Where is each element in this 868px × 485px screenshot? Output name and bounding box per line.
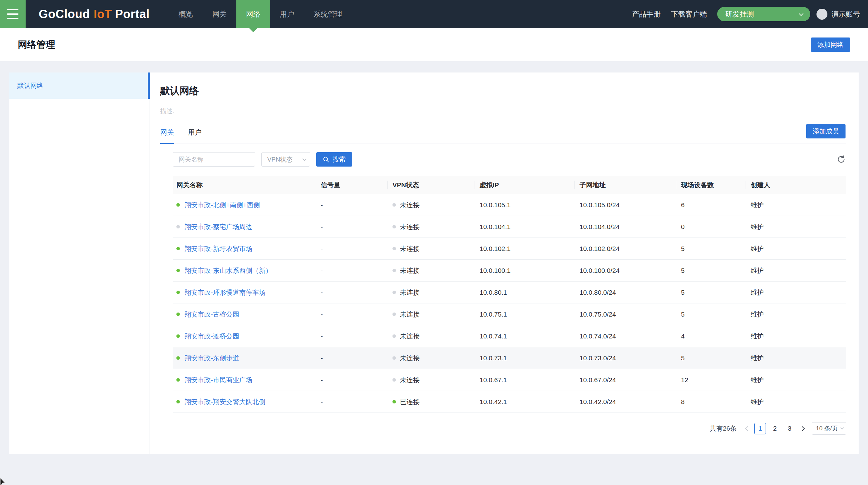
gateway-name-link[interactable]: 翔安市政-渡桥公园 <box>185 332 239 341</box>
gateway-online-dot <box>177 313 180 316</box>
network-detail-panel: 默认网络 描述: 网关 用户 添加成员 VPN状态 搜索 <box>150 73 859 454</box>
device-count-value: 5 <box>676 289 746 296</box>
gateway-name-link[interactable]: 翔安市政-古榕公园 <box>185 310 239 319</box>
subnet-value: 10.0.75.0/24 <box>575 311 676 318</box>
add-member-button[interactable]: 添加成员 <box>806 124 845 138</box>
vpn-status-dot <box>393 313 396 316</box>
gateway-online-dot <box>177 334 180 338</box>
virtual-ip-value: 10.0.102.1 <box>474 245 575 253</box>
gateway-name-cell: 翔安市政-市民商业广场 <box>173 376 316 384</box>
vpn-status-cell: 未连接 <box>388 266 474 275</box>
gateway-search-row: VPN状态 搜索 <box>173 152 846 167</box>
device-count-value: 0 <box>676 223 746 231</box>
tab-gateways[interactable]: 网关 <box>160 128 174 143</box>
vpn-status-cell: 已连接 <box>388 398 474 406</box>
gateway-online-dot <box>177 269 180 272</box>
environment-selector[interactable]: 研发挂测 <box>717 7 810 21</box>
hamburger-menu-button[interactable] <box>0 0 26 28</box>
device-count-value: 5 <box>676 311 746 318</box>
gateway-online-dot <box>177 378 180 381</box>
creator-value: 维护 <box>746 223 846 231</box>
vpn-status-dot <box>393 291 396 294</box>
column-header-subnet: 子网地址 <box>575 181 676 189</box>
signal-value: - <box>316 201 388 209</box>
signal-value: - <box>316 398 388 406</box>
gateway-name-input[interactable] <box>173 152 255 167</box>
navbar-right: 产品手册 下载客户端 研发挂测 演示账号 <box>632 7 868 21</box>
vpn-status-dot <box>393 334 396 338</box>
chevron-down-icon <box>302 157 306 161</box>
network-card: 默认网络 默认网络 描述: 网关 用户 添加成员 VPN状态 <box>9 73 859 454</box>
vpn-status-cell: 未连接 <box>388 288 474 297</box>
vpn-status-dot <box>393 356 396 360</box>
next-page-button[interactable] <box>797 423 807 434</box>
table-row: 翔安市政-新圩农贸市场 - 未连接 10.0.102.1 10.0.102.0/… <box>173 238 846 260</box>
nav-item-network[interactable]: 网络 <box>236 0 270 28</box>
vpn-status-text: 未连接 <box>400 332 420 341</box>
download-client-link[interactable]: 下载客户端 <box>671 9 707 19</box>
nav-item-gateway[interactable]: 网关 <box>203 0 236 28</box>
gateway-name-link[interactable]: 翔安市政-环形慢道南停车场 <box>185 288 266 297</box>
device-count-value: 12 <box>676 376 746 384</box>
creator-value: 维护 <box>746 288 846 297</box>
page-number-3[interactable]: 3 <box>784 423 795 434</box>
refresh-button[interactable] <box>837 155 845 164</box>
table-row: 翔安市政-市民商业广场 - 未连接 10.0.67.1 10.0.67.0/24… <box>173 369 846 391</box>
table-row: 翔安市政-北侧+南侧+西侧 - 未连接 10.0.105.1 10.0.105.… <box>173 194 846 216</box>
vpn-status-text: 未连接 <box>400 354 420 363</box>
table-row: 翔安市政-东侧步道 - 未连接 10.0.73.1 10.0.73.0/24 5… <box>173 347 846 369</box>
vpn-status-text: 未连接 <box>400 376 420 384</box>
nav-item-users[interactable]: 用户 <box>270 0 304 28</box>
gateway-name-link[interactable]: 翔安市政-东侧步道 <box>185 354 239 363</box>
gateway-name-link[interactable]: 翔安市政-东山水系西侧（新） <box>185 266 272 275</box>
chevron-down-icon <box>840 426 844 429</box>
gateway-name-link[interactable]: 翔安市政-新圩农贸市场 <box>185 245 252 253</box>
add-network-button[interactable]: 添加网络 <box>811 37 850 52</box>
page-number-2[interactable]: 2 <box>769 423 781 434</box>
vpn-status-text: 未连接 <box>400 266 420 275</box>
gateway-table-header: 网关名称 信号量 VPN状态 虚拟IP 子网地址 现场设备数 创建人 <box>173 176 846 194</box>
search-icon <box>323 156 330 163</box>
gateway-name-link[interactable]: 翔安市政-蔡宅广场周边 <box>185 223 252 231</box>
signal-value: - <box>316 311 388 318</box>
table-row: 翔安市政-翔安交警大队北侧 - 已连接 10.0.42.1 10.0.42.0/… <box>173 391 846 413</box>
logo-gocloud: GoCloud <box>39 7 90 21</box>
gateway-name-link[interactable]: 翔安市政-翔安交警大队北侧 <box>185 398 266 406</box>
search-button[interactable]: 搜索 <box>316 152 352 167</box>
vpn-status-cell: 未连接 <box>388 310 474 319</box>
gateways-tab-content: VPN状态 搜索 网关名称 信号量 VPN状态 <box>160 152 846 454</box>
tab-users[interactable]: 用户 <box>188 128 202 143</box>
gateway-name-cell: 翔安市政-东山水系西侧（新） <box>173 266 316 275</box>
previous-page-button[interactable] <box>742 423 753 434</box>
network-detail-title: 默认网络 <box>160 84 846 97</box>
virtual-ip-value: 10.0.67.1 <box>474 376 575 384</box>
avatar[interactable] <box>816 9 828 20</box>
page-number-1[interactable]: 1 <box>754 423 766 434</box>
gateway-name-link[interactable]: 翔安市政-北侧+南侧+西侧 <box>185 201 260 209</box>
virtual-ip-value: 10.0.42.1 <box>474 398 575 406</box>
vpn-status-select-value: VPN状态 <box>267 155 292 164</box>
product-manual-link[interactable]: 产品手册 <box>632 9 661 19</box>
page-size-value: 10 条/页 <box>816 424 838 432</box>
page-body: 默认网络 默认网络 描述: 网关 用户 添加成员 VPN状态 <box>0 61 868 454</box>
subnet-value: 10.0.73.0/24 <box>575 354 676 362</box>
search-button-label: 搜索 <box>333 155 346 164</box>
gateway-name-link[interactable]: 翔安市政-市民商业广场 <box>185 376 252 384</box>
main-nav: 概览 网关 网络 用户 系统管理 <box>169 0 352 28</box>
vpn-status-cell: 未连接 <box>388 223 474 231</box>
nav-item-overview[interactable]: 概览 <box>169 0 203 28</box>
nav-item-system-admin[interactable]: 系统管理 <box>304 0 352 28</box>
gateway-name-cell: 翔安市政-环形慢道南停车场 <box>173 288 316 297</box>
chevron-down-icon <box>799 11 804 16</box>
sidebar-item-default-network[interactable]: 默认网络 <box>9 73 150 99</box>
device-count-value: 4 <box>676 333 746 340</box>
account-name[interactable]: 演示账号 <box>832 9 860 19</box>
creator-value: 维护 <box>746 266 846 275</box>
vpn-status-select[interactable]: VPN状态 <box>261 152 310 167</box>
page-size-select[interactable]: 10 条/页 <box>812 422 846 435</box>
signal-value: - <box>316 223 388 231</box>
top-navbar: GoCloudIoTPortal 概览 网关 网络 用户 系统管理 产品手册 下… <box>0 0 868 28</box>
subnet-value: 10.0.80.0/24 <box>575 289 676 296</box>
vpn-status-dot <box>393 203 396 206</box>
virtual-ip-value: 10.0.74.1 <box>474 333 575 340</box>
